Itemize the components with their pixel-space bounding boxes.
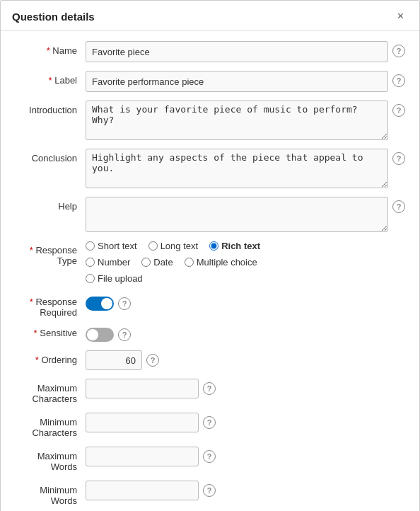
file-upload-label: File upload	[98, 273, 143, 284]
min-words-row: Minimum Words ?	[15, 481, 405, 506]
file-upload-radio[interactable]	[86, 274, 95, 283]
response-type-date[interactable]: Date	[141, 257, 173, 268]
long-text-label: Long text	[161, 241, 199, 251]
label-help-icon[interactable]: ?	[392, 74, 405, 87]
response-required-control: ?	[86, 295, 405, 311]
rich-text-radio[interactable]	[209, 241, 218, 251]
max-words-row: Maximum Words ?	[15, 447, 405, 472]
sensitive-row: Sensitive ?	[15, 326, 405, 342]
help-label: Help	[15, 197, 86, 212]
conclusion-help-icon[interactable]: ?	[392, 152, 405, 165]
ordering-control: ?	[86, 350, 405, 370]
introduction-help-icon[interactable]: ?	[392, 104, 405, 117]
introduction-label: Introduction	[15, 101, 86, 115]
short-text-radio[interactable]	[86, 241, 95, 251]
min-words-help-icon[interactable]: ?	[203, 484, 216, 497]
max-words-help-icon[interactable]: ?	[203, 450, 216, 463]
max-characters-row: Maximum Characters ?	[15, 379, 405, 404]
min-characters-control: ?	[86, 413, 405, 432]
max-words-control: ?	[86, 447, 405, 466]
response-required-slider	[86, 297, 114, 311]
rich-text-label: Rich text	[221, 241, 260, 251]
response-type-options-row2: Number Date Multiple choice	[86, 257, 257, 268]
min-characters-row: Minimum Characters ?	[15, 413, 405, 438]
response-required-row: Response Required ?	[15, 295, 405, 318]
label-control: ?	[86, 71, 405, 92]
sensitive-label: Sensitive	[15, 326, 86, 338]
min-characters-input[interactable]	[86, 413, 199, 432]
conclusion-row: Conclusion Highlight any aspects of the …	[15, 149, 405, 188]
response-required-help-icon[interactable]: ?	[118, 297, 131, 310]
ordering-help-icon[interactable]: ?	[146, 354, 159, 367]
date-radio[interactable]	[141, 258, 151, 267]
min-words-input[interactable]	[86, 481, 199, 500]
help-control: ?	[86, 197, 405, 232]
max-characters-label: Maximum Characters	[15, 379, 86, 404]
sensitive-control: ?	[86, 326, 405, 342]
min-characters-label: Minimum Characters	[15, 413, 86, 438]
long-text-radio[interactable]	[148, 241, 158, 251]
number-label: Number	[98, 257, 130, 268]
min-characters-help-icon[interactable]: ?	[203, 416, 216, 429]
response-required-toggle[interactable]	[86, 297, 114, 311]
response-type-number[interactable]: Number	[86, 257, 130, 268]
dialog-body: Name ? Label ? Introduction What is your…	[1, 31, 419, 511]
label-row: Label ?	[15, 71, 405, 92]
help-help-icon[interactable]: ?	[392, 200, 405, 213]
question-details-dialog: Question details × Name ? Label ? Introd…	[0, 0, 420, 511]
label-label: Label	[15, 71, 86, 86]
response-type-short-text[interactable]: Short text	[86, 241, 137, 251]
sensitive-slider	[86, 328, 114, 342]
response-type-control: Short text Long text Rich text N	[86, 241, 405, 287]
response-type-file-upload[interactable]: File upload	[86, 273, 143, 284]
help-textarea[interactable]	[86, 197, 388, 232]
introduction-control: What is your favorite piece of music to …	[86, 101, 405, 140]
name-row: Name ?	[15, 41, 405, 62]
response-type-rich-text[interactable]: Rich text	[209, 241, 260, 251]
response-type-multiple-choice[interactable]: Multiple choice	[185, 257, 257, 268]
ordering-label: Ordering	[15, 350, 86, 365]
max-characters-help-icon[interactable]: ?	[203, 382, 216, 395]
number-radio[interactable]	[86, 258, 95, 267]
multiple-choice-radio[interactable]	[185, 258, 194, 267]
max-characters-input[interactable]	[86, 379, 199, 398]
dialog-title: Question details	[12, 11, 95, 23]
response-type-long-text[interactable]: Long text	[148, 241, 199, 251]
name-label: Name	[15, 41, 86, 56]
help-row: Help ?	[15, 197, 405, 232]
ordering-input[interactable]	[86, 350, 142, 370]
sensitive-help-icon[interactable]: ?	[118, 328, 131, 341]
multiple-choice-label: Multiple choice	[197, 257, 257, 268]
ordering-row: Ordering ?	[15, 350, 405, 370]
name-help-icon[interactable]: ?	[392, 45, 405, 57]
name-input[interactable]	[86, 41, 388, 62]
dialog-header: Question details ×	[1, 1, 419, 31]
response-type-options-row1: Short text Long text Rich text	[86, 241, 260, 251]
name-control: ?	[86, 41, 405, 62]
short-text-label: Short text	[98, 241, 137, 251]
introduction-textarea[interactable]: What is your favorite piece of music to …	[86, 101, 388, 140]
close-button[interactable]: ×	[393, 9, 408, 23]
sensitive-toggle[interactable]	[86, 328, 114, 342]
conclusion-control: Highlight any aspects of the piece that …	[86, 149, 405, 188]
response-required-label: Response Required	[15, 295, 86, 318]
date-label: Date	[153, 257, 173, 268]
conclusion-textarea[interactable]: Highlight any aspects of the piece that …	[86, 149, 388, 188]
max-words-label: Maximum Words	[15, 447, 86, 472]
response-type-row: Response Type Short text Long text Rich …	[15, 241, 405, 287]
min-words-control: ?	[86, 481, 405, 500]
introduction-row: Introduction What is your favorite piece…	[15, 101, 405, 140]
response-type-options-row3: File upload	[86, 273, 143, 284]
conclusion-label: Conclusion	[15, 149, 86, 163]
label-input[interactable]	[86, 71, 388, 92]
response-type-label: Response Type	[15, 241, 86, 266]
max-words-input[interactable]	[86, 447, 199, 466]
max-characters-control: ?	[86, 379, 405, 398]
min-words-label: Minimum Words	[15, 481, 86, 506]
